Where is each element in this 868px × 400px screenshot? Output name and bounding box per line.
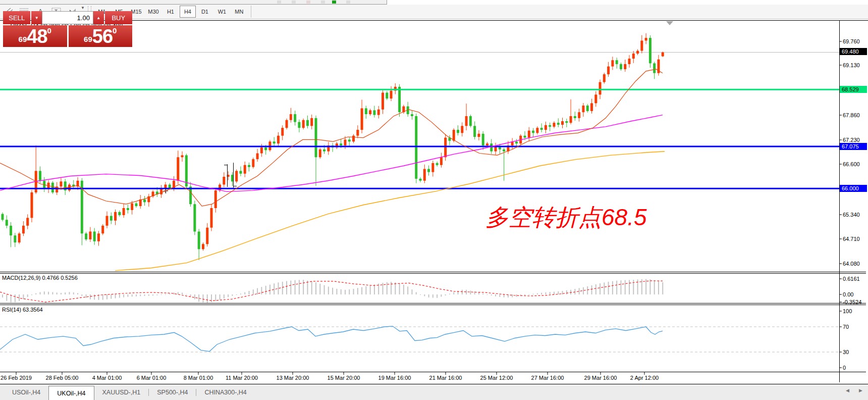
- annotation-text: 多空转折点68.5: [485, 202, 647, 233]
- axis-label: 67.230: [843, 137, 860, 143]
- time-axis-label: 25 Mar 12:00: [472, 375, 521, 381]
- macd-indicator-label: MACD(12,26,9) 0.4766 0.5256: [2, 275, 78, 281]
- buy-price-pips: 56: [92, 27, 113, 46]
- rsi-indicator-label: RSI(14) 63.3564: [2, 307, 43, 313]
- time-axis-label: 29 Mar 16:00: [576, 375, 625, 381]
- volume-decrease-button[interactable]: ▼: [31, 11, 42, 24]
- axis-label: 69.760: [843, 38, 860, 44]
- volume-increase-button[interactable]: ▲: [93, 11, 104, 24]
- time-axis-label: 28 Feb 05:00: [38, 375, 86, 381]
- time-axis-label: 2 Apr 12:00: [620, 375, 669, 381]
- axis-label: 65.340: [843, 212, 860, 218]
- volume-input[interactable]: 1.00: [42, 11, 93, 24]
- time-axis-label: 8 Mar 01:00: [174, 375, 223, 381]
- buy-button[interactable]: BUY: [105, 11, 132, 24]
- time-axis-label: 13 Mar 20:00: [268, 375, 317, 381]
- chart-tab-sp500h4[interactable]: SP500-,H4: [149, 386, 196, 398]
- buy-price-major: 69: [84, 33, 92, 46]
- axis-label: 0.6161: [843, 276, 860, 282]
- time-axis-label: 27 Mar 16:00: [523, 375, 572, 381]
- axis-label: 68.529: [840, 86, 867, 93]
- axis-label: 66.600: [843, 161, 860, 167]
- buy-price-quote[interactable]: 69 56 0: [69, 25, 133, 47]
- chart-tab-ukoilh4[interactable]: UKOil-,H4: [48, 386, 94, 400]
- chart-tab-china300h4[interactable]: CHINA300-,H4: [196, 386, 254, 398]
- axis-label: 64.710: [843, 236, 860, 242]
- trading-terminal: EFAT▼ M1M5M15M30H1H4D1W1MN ▲ UKOil-,H4 6…: [0, 0, 868, 400]
- axis-label: 67.075: [840, 143, 867, 150]
- time-axis-label: 19 Mar 16:00: [370, 375, 419, 381]
- axis-label: 66.000: [840, 185, 867, 192]
- tab-scroll-left-icon[interactable]: ◀: [846, 388, 849, 393]
- sell-price-major: 69: [19, 33, 27, 46]
- sell-price-pips: 48: [27, 27, 47, 46]
- axis-label: -0.3524: [843, 299, 861, 305]
- time-axis-label: 6 Mar 01:00: [127, 375, 176, 381]
- buy-price-point: 0: [113, 27, 117, 34]
- axis-label: 100: [843, 308, 852, 314]
- one-click-trade-panel: SELL ▼ 1.00 ▲ BUY 69 48 0 69 56 0: [3, 11, 132, 47]
- sell-button[interactable]: SELL: [3, 11, 30, 24]
- axis-label: 69.130: [843, 62, 860, 68]
- sell-price-quote[interactable]: 69 48 0: [3, 25, 67, 47]
- axis-label: 0.00: [843, 291, 853, 297]
- time-axis-label: 15 Mar 20:00: [319, 375, 368, 381]
- axis-label: 64.080: [843, 261, 860, 267]
- chart-canvas[interactable]: [0, 0, 868, 400]
- chart-tab-bar: USOil-,H4UKOil-,H4XAUUSD-,H1SP500-,H4CHI…: [0, 384, 868, 400]
- axis-label: 69.480: [840, 48, 867, 55]
- axis-label: 0: [843, 365, 846, 371]
- chart-tab-xauusdh1[interactable]: XAUUSD-,H1: [94, 386, 149, 398]
- axis-label: 30: [843, 349, 849, 355]
- axis-label: 70: [843, 324, 849, 330]
- sell-price-point: 0: [47, 27, 51, 34]
- time-axis-label: 21 Mar 16:00: [421, 375, 470, 381]
- tab-scroll-right-icon[interactable]: ▶: [859, 388, 862, 393]
- time-axis-label: 11 Mar 20:00: [218, 375, 266, 381]
- chart-tab-usoilh4[interactable]: USOil-,H4: [4, 386, 48, 398]
- time-axis-label: 4 Mar 01:00: [83, 375, 131, 381]
- axis-label: 67.860: [843, 112, 860, 118]
- time-axis-label: 26 Feb 2019: [0, 375, 40, 381]
